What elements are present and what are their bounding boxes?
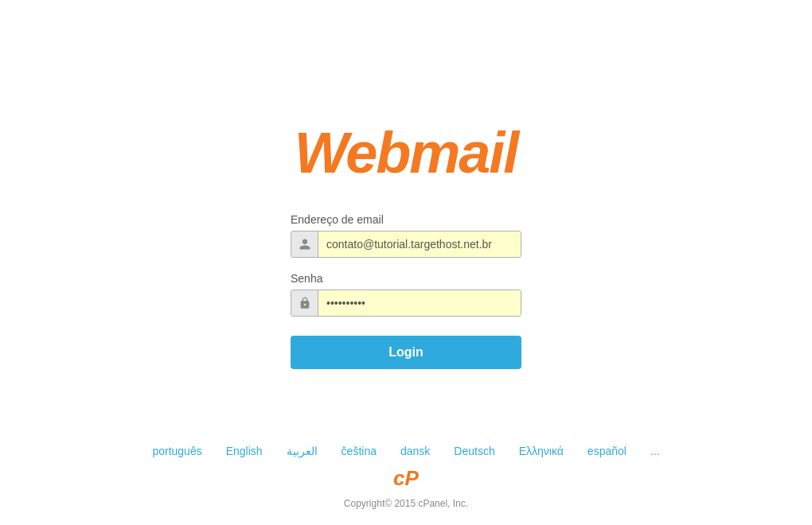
cpanel-brand-icon: cP: [392, 463, 420, 495]
password-label: Senha: [291, 272, 521, 285]
login-button[interactable]: Login: [291, 336, 521, 369]
lang-es[interactable]: español: [588, 445, 627, 457]
email-input-wrapper: [291, 231, 521, 258]
email-label: Endereço de email: [291, 213, 521, 226]
lock-icon: [291, 290, 318, 316]
email-input[interactable]: [318, 231, 521, 257]
copyright-text: Copyright© 2015 cPanel, Inc.: [344, 498, 468, 509]
lang-el[interactable]: Ελληνικά: [519, 445, 564, 457]
svg-text:cP: cP: [393, 466, 419, 490]
lang-en[interactable]: English: [226, 445, 263, 457]
password-input-wrapper: [291, 290, 521, 317]
password-input[interactable]: [318, 290, 521, 316]
lang-cs[interactable]: čeština: [342, 445, 377, 457]
language-bar: português English العربية čeština dansk …: [0, 445, 812, 457]
login-form: Endereço de email Senha Login: [291, 213, 521, 369]
lang-pt[interactable]: português: [152, 445, 201, 457]
lang-more[interactable]: ...: [650, 445, 660, 457]
webmail-logo: Webmail: [295, 124, 518, 181]
footer: cP Copyright© 2015 cPanel, Inc.: [0, 463, 812, 509]
user-icon: [291, 231, 318, 257]
lang-da[interactable]: dansk: [400, 445, 430, 457]
lang-ar[interactable]: العربية: [287, 445, 318, 457]
main-container: Webmail Endereço de email Senha Login: [0, 124, 812, 369]
lang-de[interactable]: Deutsch: [454, 445, 494, 457]
